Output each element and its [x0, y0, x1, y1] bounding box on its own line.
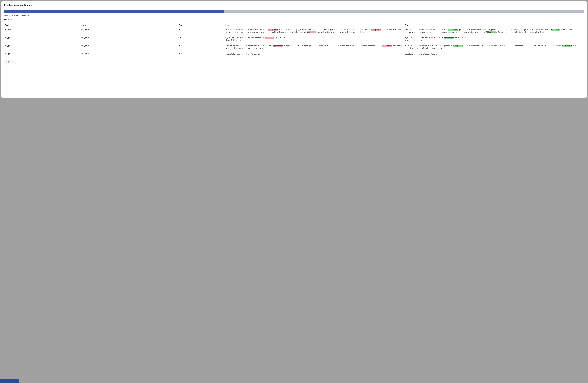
preview-modal: Preview Search & Replace Processed table…: [1, 1, 587, 97]
header-row: Row: [178, 23, 225, 27]
code-block: t;/li><li>Quas rerum earum voluptatem et…: [405, 37, 583, 41]
table-header-row: Table Column Row Before After: [4, 23, 584, 27]
cell-table: wp_posts: [4, 36, 80, 44]
cell-after: e="Nisi et accusamus dolores dolor iusto…: [404, 27, 584, 36]
highlight-before: wpbeginner: [265, 37, 274, 39]
highlight-before: wpbeginner: [268, 29, 278, 31]
highlight-after: WPBeginner: [453, 45, 462, 47]
cell-table: wp_posts: [4, 52, 80, 57]
code-block: cupiditate necessitatibus. Veniam id: [225, 53, 403, 55]
cell-table: wp_posts: [4, 27, 80, 36]
cell-row: 100: [178, 43, 225, 52]
highlight-after: WPBeginner: [551, 29, 560, 31]
code-block: a velit dolore incidunt fugit harum. Sed…: [225, 45, 403, 49]
progress-bar: [4, 10, 584, 13]
highlight-before: wpbeginner: [273, 45, 283, 47]
cell-row: 102: [178, 52, 225, 57]
cell-before: e="Nisi et accusamus dolores dolor iusto…: [225, 27, 404, 36]
header-after: After: [404, 23, 584, 27]
cell-before: t;/li><li>Quas rerum earum voluptatem et…: [225, 36, 404, 44]
cell-after: cupiditate necessitatibus. Veniam id: [404, 52, 584, 57]
code-block: t;/li><li>Quas rerum earum voluptatem et…: [225, 37, 403, 41]
cell-column: post_content: [80, 52, 178, 57]
cell-column: post_content: [80, 43, 178, 52]
results-heading: Results: [4, 19, 584, 21]
cell-table: wp_posts: [4, 43, 80, 52]
status-text: Processed table wp_term_taxonomy: [4, 14, 584, 16]
code-block: e="Nisi et accusamus dolores dolor iusto…: [225, 29, 403, 33]
header-column: Column: [80, 23, 178, 27]
results-table: Table Column Row Before After wp_postspo…: [4, 22, 584, 57]
cell-after: a velit dolore incidunt fugit harum. Sed…: [404, 43, 584, 52]
replace-all-button[interactable]: Replace All: [4, 60, 17, 64]
cell-before: cupiditate necessitatibus. Veniam id: [225, 52, 404, 57]
highlight-after: WPBeginner: [486, 31, 496, 33]
cell-column: post_content: [80, 36, 178, 44]
table-row: wp_postspost_content100a velit dolore in…: [4, 43, 584, 52]
cell-row: 96: [178, 27, 225, 36]
highlight-after: WPBeginner: [562, 45, 572, 47]
code-block: cupiditate necessitatibus. Veniam id: [405, 53, 583, 55]
header-before: Before: [225, 23, 404, 27]
progress-fill: [4, 10, 224, 13]
header-table: Table: [4, 23, 80, 27]
highlight-after: WPBeginner: [448, 29, 458, 31]
table-row: wp_postspost_content98t;/li><li>Quas rer…: [4, 36, 584, 44]
table-row: wp_postspost_content96e="Nisi et accusam…: [4, 27, 584, 36]
cell-row: 98: [178, 36, 225, 44]
code-block: e="Nisi et accusamus dolores dolor iusto…: [405, 29, 583, 33]
code-block: a velit dolore incidunt fugit harum. Sed…: [405, 45, 583, 49]
cell-column: post_content: [80, 27, 178, 36]
cell-before: a velit dolore incidunt fugit harum. Sed…: [225, 43, 404, 52]
highlight-after: WPBeginner: [444, 37, 454, 39]
modal-title: Preview Search & Replace: [4, 4, 584, 7]
table-row: wp_postspost_content102cupiditate necess…: [4, 52, 584, 57]
highlight-before: wpbeginner: [382, 45, 392, 47]
highlight-before: wpbeginner: [371, 29, 381, 31]
highlight-before: wpbeginner: [307, 31, 316, 33]
cell-after: t;/li><li>Quas rerum earum voluptatem et…: [404, 36, 584, 44]
